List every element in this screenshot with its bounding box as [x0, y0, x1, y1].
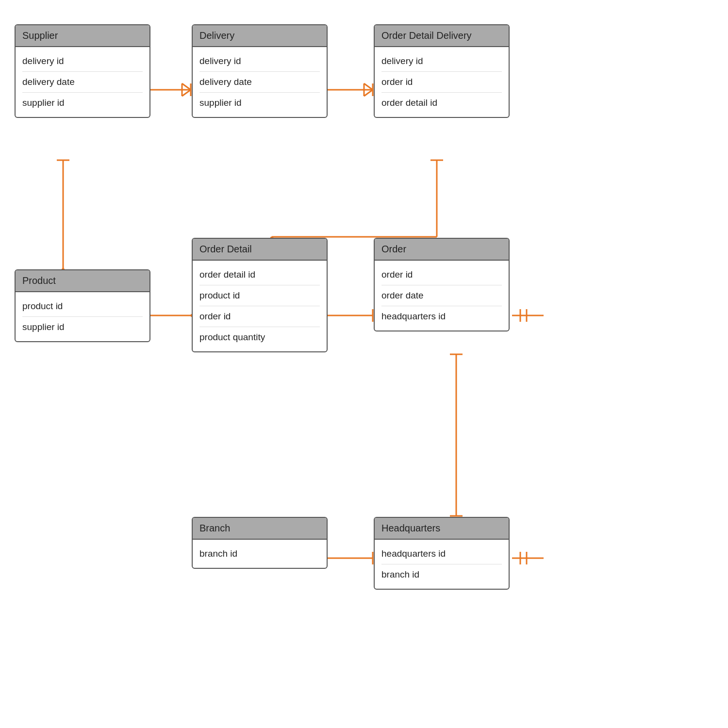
- od-field-0: order detail id: [199, 265, 320, 285]
- order-detail-delivery-header: Order Detail Delivery: [375, 25, 509, 47]
- product-body: product id supplier id: [16, 292, 149, 341]
- order-field-2: headquarters id: [381, 306, 502, 327]
- headquarters-table: Headquarters headquarters id branch id: [374, 517, 510, 590]
- product-header: Product: [16, 270, 149, 292]
- odd-field-2: order detail id: [381, 93, 502, 113]
- svg-line-3: [182, 90, 191, 96]
- order-field-1: order date: [381, 285, 502, 306]
- od-field-1: product id: [199, 285, 320, 306]
- branch-body: branch id: [193, 540, 327, 568]
- supplier-table: Supplier delivery id delivery date suppl…: [15, 24, 150, 118]
- delivery-table: Delivery delivery id delivery date suppl…: [192, 24, 328, 118]
- product-table: Product product id supplier id: [15, 269, 150, 342]
- supplier-field-2: supplier id: [22, 93, 143, 113]
- supplier-body: delivery id delivery date supplier id: [16, 47, 149, 117]
- odd-field-0: delivery id: [381, 51, 502, 72]
- order-header: Order: [375, 239, 509, 261]
- order-detail-body: order detail id product id order id prod…: [193, 261, 327, 351]
- order-table: Order order id order date headquarters i…: [374, 238, 510, 331]
- supplier-field-1: delivery date: [22, 72, 143, 93]
- hq-field-0: headquarters id: [381, 544, 502, 564]
- delivery-header: Delivery: [193, 25, 327, 47]
- product-field-0: product id: [22, 296, 143, 317]
- svg-line-2: [182, 83, 191, 90]
- svg-line-7: [364, 83, 373, 90]
- delivery-field-1: delivery date: [199, 72, 320, 93]
- order-detail-delivery-table: Order Detail Delivery delivery id order …: [374, 24, 510, 118]
- od-field-3: product quantity: [199, 327, 320, 347]
- supplier-header: Supplier: [16, 25, 149, 47]
- delivery-field-2: supplier id: [199, 93, 320, 113]
- order-field-0: order id: [381, 265, 502, 285]
- order-detail-table: Order Detail order detail id product id …: [192, 238, 328, 352]
- delivery-body: delivery id delivery date supplier id: [193, 47, 327, 117]
- hq-field-1: branch id: [381, 564, 502, 585]
- svg-line-8: [364, 90, 373, 96]
- branch-table: Branch branch id: [192, 517, 328, 569]
- delivery-field-0: delivery id: [199, 51, 320, 72]
- product-field-1: supplier id: [22, 317, 143, 337]
- odd-field-1: order id: [381, 72, 502, 93]
- headquarters-body: headquarters id branch id: [375, 540, 509, 589]
- order-body: order id order date headquarters id: [375, 261, 509, 331]
- headquarters-header: Headquarters: [375, 518, 509, 540]
- branch-header: Branch: [193, 518, 327, 540]
- order-detail-header: Order Detail: [193, 239, 327, 261]
- od-field-2: order id: [199, 306, 320, 327]
- supplier-field-0: delivery id: [22, 51, 143, 72]
- order-detail-delivery-body: delivery id order id order detail id: [375, 47, 509, 117]
- branch-field-0: branch id: [199, 544, 320, 564]
